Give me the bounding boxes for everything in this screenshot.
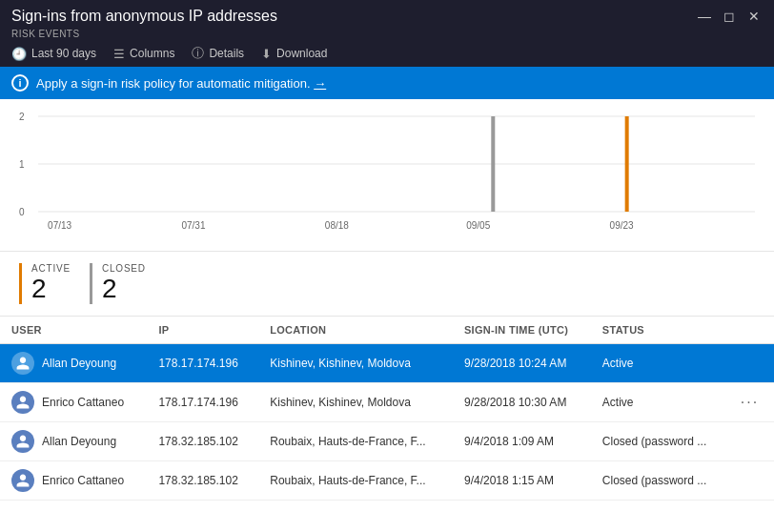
user-cell: Allan Deyoung [0,344,147,383]
info-icon: ⓘ [192,45,204,62]
info-link[interactable]: → [314,76,326,91]
signin-time-cell: 9/4/2018 1:15 AM [453,461,591,501]
more-options-cell [729,422,774,461]
avatar [11,352,34,375]
more-options-button[interactable]: ··· [741,394,759,410]
chart-svg: 2 1 0 07/13 07/31 08/18 09/05 09/23 [19,109,755,233]
columns-icon: ☰ [113,47,125,61]
more-options-cell [729,461,774,501]
active-label: ACTIVE [31,263,71,274]
closed-stat: CLOSED 2 [90,263,146,304]
title-bar: Sign-ins from anonymous IP addresses — ◻… [0,0,774,67]
download-icon: ⬇ [261,47,272,61]
user-cell: Enrico Cattaneo [0,383,147,422]
y-label-0: 0 [19,207,25,217]
table-row[interactable]: Enrico Cattaneo 178.17.174.196Kishinev, … [0,383,774,422]
col-header-ip: IP [147,317,258,344]
active-stat: ACTIVE 2 [19,263,71,304]
more-options-cell [729,344,774,383]
info-circle-icon: i [11,74,29,92]
toolbar: 🕘 Last 90 days ☰ Columns ⓘ Details ⬇ Dow… [11,45,763,68]
x-label-0731: 07/31 [181,220,205,231]
table-row[interactable]: Allan Deyoung 178.32.185.102Roubaix, Hau… [0,422,774,461]
status-cell: Closed (password ... [591,422,729,461]
user-name: Enrico Cattaneo [42,396,124,409]
table-area: USER IP LOCATION SIGN-IN TIME (UTC) STAT… [0,317,774,501]
avatar [11,469,34,492]
status-cell: Closed (password ... [591,461,729,501]
subtitle: RISK EVENTS [11,29,763,39]
download-button[interactable]: ⬇ Download [261,47,327,61]
info-message: Apply a sign-in risk policy for automati… [36,76,326,91]
details-label: Details [209,47,244,60]
avatar [11,391,34,414]
location-cell: Roubaix, Hauts-de-France, F... [258,461,453,501]
status-cell: Active [591,383,729,422]
active-value: 2 [31,274,71,304]
signin-time-cell: 9/28/2018 10:24 AM [453,344,591,383]
close-button[interactable]: ✕ [745,9,763,24]
y-label-1: 1 [19,159,25,170]
minimize-button[interactable]: — [696,9,713,24]
user-name: Allan Deyoung [42,357,116,370]
ip-cell: 178.17.174.196 [147,383,258,422]
columns-label: Columns [130,47,174,60]
window-title: Sign-ins from anonymous IP addresses [11,8,277,25]
location-cell: Kishinev, Kishinev, Moldova [258,383,453,422]
x-label-0818: 08/18 [325,220,349,231]
closed-value: 2 [102,274,146,304]
columns-button[interactable]: ☰ Columns [113,47,174,61]
col-header-status: STATUS [591,317,729,344]
ip-cell: 178.17.174.196 [147,344,258,383]
stats-area: ACTIVE 2 CLOSED 2 [0,252,774,317]
download-label: Download [276,47,327,60]
user-cell: Enrico Cattaneo [0,461,147,501]
table-row[interactable]: Enrico Cattaneo 178.32.185.102Roubaix, H… [0,461,774,501]
maximize-button[interactable]: ◻ [721,9,738,24]
period-label: Last 90 days [31,47,96,60]
y-label-2: 2 [19,112,25,122]
ip-cell: 178.32.185.102 [147,422,258,461]
location-cell: Kishinev, Kishinev, Moldova [258,344,453,383]
x-label-0905: 09/05 [466,220,490,231]
details-button[interactable]: ⓘ Details [192,45,244,62]
x-label-0923: 09/23 [610,220,634,231]
avatar [11,430,34,453]
signin-time-cell: 9/4/2018 1:09 AM [453,422,591,461]
closed-label: CLOSED [102,263,146,274]
col-header-signin-time: SIGN-IN TIME (UTC) [453,317,591,344]
status-cell: Active [591,344,729,383]
more-options-cell: ··· [729,383,774,422]
location-cell: Roubaix, Hauts-de-France, F... [258,422,453,461]
clock-icon: 🕘 [11,47,27,61]
info-bar: i Apply a sign-in risk policy for automa… [0,67,774,99]
user-name: Allan Deyoung [42,435,116,448]
x-label-0713: 07/13 [48,220,71,231]
events-table: USER IP LOCATION SIGN-IN TIME (UTC) STAT… [0,317,774,501]
col-header-location: LOCATION [258,317,453,344]
period-button[interactable]: 🕘 Last 90 days [11,47,96,61]
user-name: Enrico Cattaneo [42,474,124,487]
table-row[interactable]: Allan Deyoung 178.17.174.196Kishinev, Ki… [0,344,774,383]
col-header-user: USER [0,317,147,344]
chart-area: 2 1 0 07/13 07/31 08/18 09/05 09/23 [0,99,774,252]
ip-cell: 178.32.185.102 [147,461,258,501]
user-cell: Allan Deyoung [0,422,147,461]
window-controls: — ◻ ✕ [696,9,763,24]
table-header-row: USER IP LOCATION SIGN-IN TIME (UTC) STAT… [0,317,774,344]
signin-time-cell: 9/28/2018 10:30 AM [453,383,591,422]
